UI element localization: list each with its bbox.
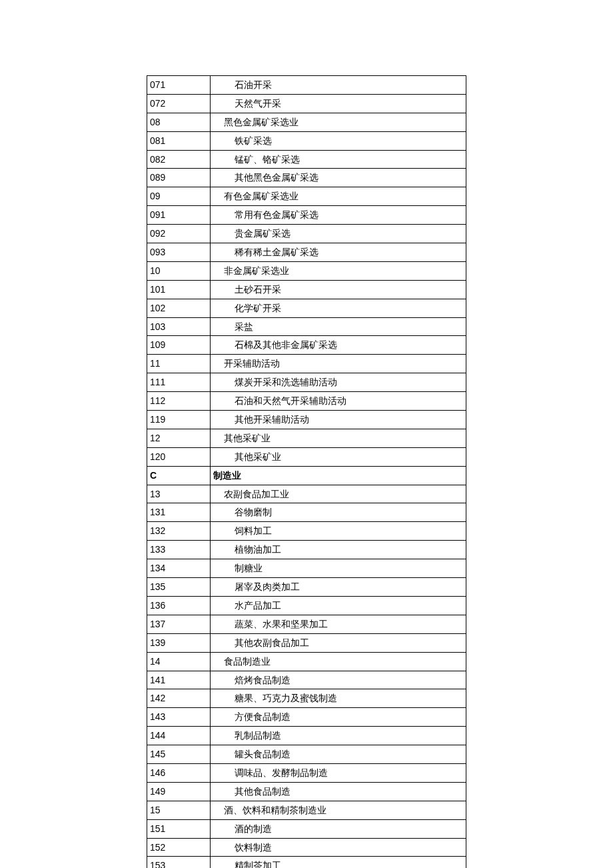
industry-name: 石油和天然气开采辅助活动 [211, 392, 466, 411]
industry-name-text: 土砂石开采 [213, 284, 281, 295]
industry-name-text: 锰矿、铬矿采选 [213, 154, 300, 165]
table-row: 112石油和天然气开采辅助活动 [147, 392, 466, 411]
industry-name-text: 屠宰及肉类加工 [213, 581, 300, 592]
industry-name: 铁矿采选 [211, 131, 466, 150]
industry-name: 化学矿开采 [211, 299, 466, 317]
industry-name-text: 酒的制造 [213, 823, 272, 834]
industry-name: 稀有稀土金属矿采选 [211, 243, 466, 262]
industry-name: 土砂石开采 [211, 280, 466, 299]
industry-name-text: 食品制造业 [213, 656, 271, 667]
industry-code: 103 [147, 317, 211, 336]
industry-name: 饲料加工 [211, 522, 466, 541]
table-row: 142糖果、巧克力及蜜饯制造 [147, 689, 466, 708]
table-row: 13农副食品加工业 [147, 485, 466, 503]
industry-name-text: 石棉及其他非金属矿采选 [213, 339, 337, 350]
industry-name: 酒的制造 [211, 819, 466, 838]
industry-name-text: 方便食品制造 [213, 711, 291, 722]
industry-code: 134 [147, 559, 211, 578]
table-row: 134制糖业 [147, 559, 466, 578]
industry-name: 煤炭开采和洗选辅助活动 [211, 373, 466, 392]
industry-name-text: 黑色金属矿采选业 [213, 117, 299, 127]
industry-name-text: 精制茶加工 [213, 860, 281, 868]
table-row: 135屠宰及肉类加工 [147, 578, 466, 597]
table-row: 109石棉及其他非金属矿采选 [147, 336, 466, 355]
industry-code: 152 [147, 838, 211, 857]
industry-name: 焙烤食品制造 [211, 671, 466, 689]
industry-name: 有色金属矿采选业 [211, 187, 466, 206]
industry-code: 153 [147, 857, 211, 868]
industry-code: 133 [147, 541, 211, 559]
industry-name: 水产品加工 [211, 596, 466, 615]
industry-name-text: 其他开采辅助活动 [213, 414, 309, 425]
table-row: 14食品制造业 [147, 652, 466, 671]
industry-name: 其他采矿业 [211, 447, 466, 466]
table-row: 132饲料加工 [147, 522, 466, 541]
industry-code: 136 [147, 596, 211, 615]
industry-name: 食品制造业 [211, 652, 466, 671]
industry-name-text: 采盐 [213, 321, 253, 332]
table-row: 136水产品加工 [147, 596, 466, 615]
table-row: 141焙烤食品制造 [147, 671, 466, 689]
table-row: 153精制茶加工 [147, 857, 466, 868]
industry-name-text: 酒、饮料和精制茶制造业 [213, 805, 326, 815]
industry-code: 119 [147, 411, 211, 429]
table-row: 11开采辅助活动 [147, 355, 466, 373]
table-row: 071石油开采 [147, 76, 466, 95]
industry-name: 锰矿、铬矿采选 [211, 150, 466, 169]
industry-name: 其他黑色金属矿采选 [211, 169, 466, 187]
industry-code: 091 [147, 206, 211, 225]
industry-name: 乳制品制造 [211, 727, 466, 745]
industry-name: 常用有色金属矿采选 [211, 206, 466, 225]
table-row: 102化学矿开采 [147, 299, 466, 317]
table-row: 133植物油加工 [147, 541, 466, 559]
industry-name: 其他采矿业 [211, 429, 466, 447]
industry-name: 开采辅助活动 [211, 355, 466, 373]
industry-code: 120 [147, 447, 211, 466]
industry-name: 谷物磨制 [211, 503, 466, 522]
industry-name: 其他农副食品加工 [211, 633, 466, 652]
industry-code: 072 [147, 94, 211, 113]
industry-code: 145 [147, 745, 211, 764]
industry-table-container: 071石油开采072天然气开采08黑色金属矿采选业081铁矿采选082锰矿、铬矿… [147, 75, 466, 868]
industry-name-text: 其他黑色金属矿采选 [213, 172, 318, 183]
industry-name-text: 开采辅助活动 [213, 358, 280, 369]
table-row: 146调味品、发酵制品制造 [147, 763, 466, 782]
industry-code: 146 [147, 763, 211, 782]
industry-name-text: 调味品、发酵制品制造 [213, 767, 328, 778]
industry-code: 15 [147, 801, 211, 819]
industry-code: 137 [147, 615, 211, 633]
table-row: 082锰矿、铬矿采选 [147, 150, 466, 169]
industry-code: 10 [147, 261, 211, 280]
industry-name-text: 饮料制造 [213, 842, 272, 853]
industry-name: 方便食品制造 [211, 708, 466, 727]
industry-code: C [147, 466, 211, 485]
table-row: 151酒的制造 [147, 819, 466, 838]
industry-name-text: 其他食品制造 [213, 786, 291, 797]
industry-code: 081 [147, 131, 211, 150]
industry-code: 12 [147, 429, 211, 447]
industry-name-text: 煤炭开采和洗选辅助活动 [213, 377, 337, 387]
industry-name-text: 其他农副食品加工 [213, 637, 309, 648]
industry-name-text: 制造业 [213, 470, 241, 481]
table-row: 093稀有稀土金属矿采选 [147, 243, 466, 262]
table-row: 131谷物磨制 [147, 503, 466, 522]
industry-code: 111 [147, 373, 211, 392]
industry-name-text: 水产品加工 [213, 600, 281, 611]
industry-code: 139 [147, 633, 211, 652]
industry-name: 制糖业 [211, 559, 466, 578]
industry-name-text: 谷物磨制 [213, 507, 272, 517]
industry-name-text: 罐头食品制造 [213, 749, 291, 759]
table-row: 144乳制品制造 [147, 727, 466, 745]
industry-code: 093 [147, 243, 211, 262]
industry-name: 农副食品加工业 [211, 485, 466, 503]
table-row: 091常用有色金属矿采选 [147, 206, 466, 225]
industry-name-text: 天然气开采 [213, 98, 281, 109]
industry-name-text: 焙烤食品制造 [213, 675, 291, 685]
industry-code: 144 [147, 727, 211, 745]
table-row: 111煤炭开采和洗选辅助活动 [147, 373, 466, 392]
industry-name-text: 贵金属矿采选 [213, 228, 291, 239]
table-row: 101土砂石开采 [147, 280, 466, 299]
industry-name: 天然气开采 [211, 94, 466, 113]
industry-code: 092 [147, 225, 211, 243]
industry-name-text: 制糖业 [213, 563, 263, 573]
